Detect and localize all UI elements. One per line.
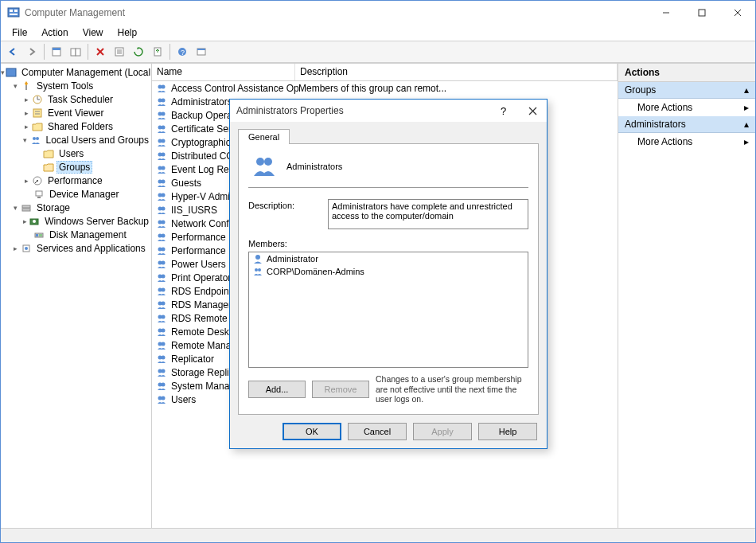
remove-button[interactable]: Remove <box>312 381 369 398</box>
actions-more-2[interactable]: More Actions▸ <box>618 133 755 150</box>
dialog-buttons: OK Cancel Apply Help <box>230 415 547 448</box>
svg-rect-44 <box>39 234 42 236</box>
group-icon <box>252 266 263 277</box>
toolbar-btn-1[interactable] <box>48 43 65 61</box>
group-icon <box>155 393 168 406</box>
svg-point-100 <box>255 255 260 260</box>
menu-action[interactable]: Action <box>35 25 74 40</box>
actions-group-groups[interactable]: Groups▴ <box>618 82 755 99</box>
back-button[interactable] <box>4 43 21 61</box>
group-icon <box>155 204 168 217</box>
forward-button[interactable] <box>23 43 41 61</box>
export-button[interactable] <box>149 43 166 61</box>
tree-services-apps[interactable]: ▸Services and Applications <box>1 241 151 255</box>
member-item[interactable]: CORP\Domänen-Admins <box>249 265 528 278</box>
refresh-button[interactable] <box>130 43 147 61</box>
svg-point-58 <box>162 152 166 156</box>
actions-more-1[interactable]: More Actions▸ <box>618 99 755 116</box>
group-icon <box>155 244 168 257</box>
tree-event-viewer[interactable]: ▸Event Viewer <box>1 106 151 119</box>
tree-shared-folders[interactable]: ▸Shared Folders <box>1 119 151 133</box>
svg-point-90 <box>162 369 166 373</box>
tree-system-tools[interactable]: ▾System Tools <box>1 79 151 92</box>
tree-task-scheduler[interactable]: ▸Task Scheduler <box>1 92 151 106</box>
properties-button[interactable] <box>111 43 128 61</box>
app-icon <box>7 6 20 19</box>
help-button[interactable]: ? <box>173 43 191 61</box>
group-icon <box>155 231 168 244</box>
svg-point-80 <box>162 301 166 305</box>
actions-group-administrators[interactable]: Administrators▴ <box>618 116 755 133</box>
svg-point-68 <box>162 220 166 224</box>
tree-ws-backup[interactable]: ▸Windows Server Backup <box>1 214 151 228</box>
col-name[interactable]: Name <box>152 64 295 80</box>
menu-help[interactable]: Help <box>111 25 144 40</box>
tree-groups[interactable]: Groups <box>1 160 151 174</box>
svg-point-86 <box>162 342 166 346</box>
svg-point-82 <box>162 314 166 318</box>
svg-rect-43 <box>36 234 38 236</box>
description-field[interactable] <box>328 199 528 229</box>
tree-users[interactable]: Users <box>1 146 151 160</box>
submenu-icon: ▸ <box>744 136 749 147</box>
collapse-icon: ▴ <box>744 84 749 96</box>
group-icon <box>155 163 168 176</box>
tree-device-manager[interactable]: Device Manager <box>1 187 151 201</box>
tree-performance[interactable]: ▸Performance <box>1 174 151 187</box>
list-header: Name Description <box>152 64 618 81</box>
dialog-help-button[interactable]: ? <box>489 100 518 122</box>
svg-point-60 <box>162 166 166 170</box>
svg-rect-38 <box>22 205 30 208</box>
horizontal-scrollbar[interactable] <box>1 528 755 542</box>
close-button[interactable] <box>719 1 755 25</box>
svg-point-102 <box>258 268 261 272</box>
collapse-icon: ▴ <box>744 119 749 130</box>
group-icon <box>155 272 168 284</box>
svg-point-48 <box>162 84 166 88</box>
svg-point-64 <box>162 193 166 197</box>
svg-rect-24 <box>25 85 27 90</box>
add-button[interactable]: Add... <box>248 381 306 398</box>
tree-root[interactable]: ▾Computer Management (Local <box>1 65 151 79</box>
apply-button[interactable]: Apply <box>413 423 472 440</box>
group-name: Administrators <box>286 162 342 171</box>
list-row[interactable]: Access Control Assistance OperatorsMembe… <box>152 81 618 95</box>
tree-local-users-groups[interactable]: ▾Local Users and Groups <box>1 133 151 146</box>
svg-rect-9 <box>53 48 60 50</box>
svg-point-74 <box>162 260 166 264</box>
tree-pane: ▾Computer Management (Local ▾System Tool… <box>1 64 152 528</box>
group-icon <box>155 258 168 271</box>
members-listbox[interactable]: Administrator CORP\Domänen-Admins <box>248 252 528 368</box>
tab-panel: Administrators Description: Members: Adm… <box>238 143 539 415</box>
group-icon <box>155 299 168 311</box>
maximize-button[interactable] <box>684 1 719 25</box>
svg-rect-11 <box>76 49 80 56</box>
svg-rect-10 <box>71 49 76 56</box>
delete-button[interactable] <box>92 43 109 61</box>
svg-point-88 <box>162 355 166 359</box>
tree-disk-mgmt[interactable]: Disk Management <box>1 228 151 241</box>
svg-text:?: ? <box>501 106 506 115</box>
toolbar-btn-2[interactable] <box>67 43 84 61</box>
menu-view[interactable]: View <box>76 25 110 40</box>
minimize-button[interactable] <box>648 1 684 25</box>
svg-point-94 <box>162 396 166 400</box>
cancel-button[interactable]: Cancel <box>348 423 407 440</box>
dialog-help-button-2[interactable]: Help <box>478 423 537 440</box>
svg-text:?: ? <box>181 49 185 57</box>
tab-general[interactable]: General <box>238 129 290 144</box>
dialog-close-button[interactable] <box>518 100 547 122</box>
group-icon <box>155 217 168 230</box>
svg-point-32 <box>36 137 39 140</box>
toolbar-btn-last[interactable] <box>193 43 210 61</box>
col-description[interactable]: Description <box>295 64 618 80</box>
member-item[interactable]: Administrator <box>249 252 528 265</box>
titlebar: Computer Management <box>1 1 755 25</box>
group-icon <box>155 285 168 298</box>
menu-file[interactable]: File <box>6 25 33 40</box>
svg-rect-36 <box>36 191 42 196</box>
ok-button[interactable]: OK <box>283 423 341 440</box>
svg-point-84 <box>162 328 166 332</box>
tree-storage[interactable]: ▾Storage <box>1 201 151 214</box>
properties-dialog: Administrators Properties ? General Admi… <box>229 99 548 449</box>
